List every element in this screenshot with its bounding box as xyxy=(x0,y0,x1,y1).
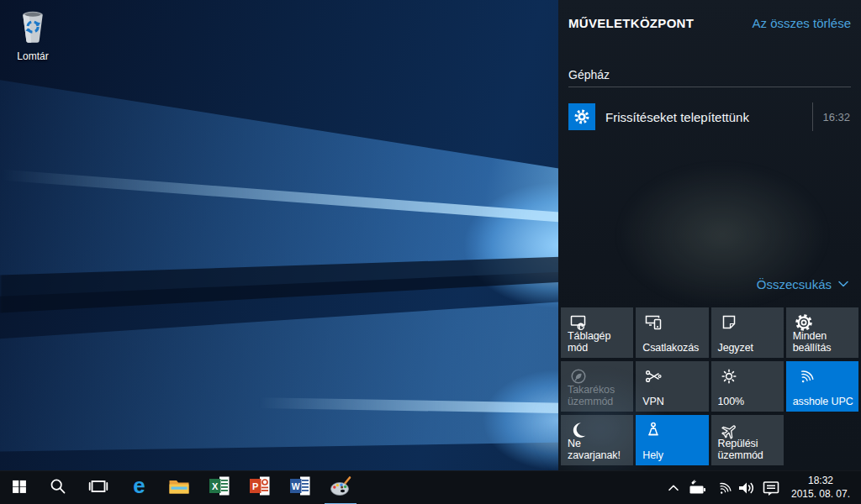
location-icon xyxy=(643,420,663,440)
divider xyxy=(812,102,813,131)
edge-browser-button[interactable]: e xyxy=(119,471,159,504)
taskbar: e X xyxy=(0,470,861,504)
paint-button[interactable] xyxy=(320,471,361,504)
notification-title: Frissítéseket telepítettünk xyxy=(605,94,749,139)
file-explorer-button[interactable] xyxy=(159,471,199,504)
quick-action-airplane-mode[interactable]: Repülési üzemmód xyxy=(711,415,784,465)
taskbar-clock[interactable]: 18:32 2015. 08. 07. xyxy=(785,475,856,501)
settings-gear-icon xyxy=(568,103,595,130)
powerpoint-button[interactable]: P xyxy=(240,471,280,504)
collapse-link[interactable]: Összecsukás xyxy=(757,277,849,291)
note-icon xyxy=(719,312,739,333)
notification-time: 16:32 xyxy=(822,94,850,139)
excel-button[interactable]: X xyxy=(199,471,240,504)
recycle-bin-icon xyxy=(15,34,50,48)
quick-actions-grid: Táblagép mód Csatlakozás xyxy=(561,307,858,465)
word-icon: W xyxy=(289,475,312,501)
battery-charging-icon[interactable] xyxy=(688,478,708,498)
notification-group-title: Gépház xyxy=(568,68,610,81)
quick-action-connect[interactable]: Csatlakozás xyxy=(636,307,708,358)
quick-action-battery-saver[interactable]: Takarékos üzemmód xyxy=(561,361,633,412)
file-explorer-icon xyxy=(168,475,190,501)
action-center-header: MŰVELETKÖZPONT Az összes törlése xyxy=(568,16,851,30)
task-view-icon xyxy=(88,476,108,500)
start-menu-icon xyxy=(11,478,28,498)
vpn-icon xyxy=(643,366,663,386)
notification-item[interactable]: Frissítéseket telepítettünk 16:32 xyxy=(558,94,861,139)
clock-date: 2015. 08. 07. xyxy=(785,488,856,501)
screen: Lomtár MŰVELETKÖZPONT Az összes törlése … xyxy=(0,0,861,504)
start-button[interactable] xyxy=(0,471,38,504)
svg-text:X: X xyxy=(212,481,219,491)
action-center-title: MŰVELETKÖZPONT xyxy=(568,16,694,30)
volume-icon[interactable] xyxy=(737,478,757,498)
quick-action-wifi[interactable]: asshole UPC xyxy=(786,361,858,412)
search-icon xyxy=(49,477,67,499)
svg-text:e: e xyxy=(133,475,145,497)
connect-icon xyxy=(643,312,663,333)
chevron-up-icon[interactable] xyxy=(663,478,684,498)
action-center-panel: MŰVELETKÖZPONT Az összes törlése Gépház … xyxy=(558,0,861,470)
quick-action-do-not-disturb[interactable]: Ne zavarjanak! xyxy=(561,415,633,465)
collapse-label: Összecsukás xyxy=(757,277,832,291)
quick-action-tablet-mode[interactable]: Táblagép mód xyxy=(561,307,633,358)
svg-text:W: W xyxy=(291,481,299,491)
wifi-icon xyxy=(794,366,814,386)
system-tray: 18:32 2015. 08. 07. xyxy=(663,471,861,504)
recycle-bin-label: Lomtár xyxy=(7,50,59,62)
search-button[interactable] xyxy=(38,471,78,504)
clear-all-link[interactable]: Az összes törlése xyxy=(752,16,851,30)
divider xyxy=(568,87,851,87)
brightness-sun-icon xyxy=(719,366,739,386)
word-button[interactable]: W xyxy=(280,471,320,504)
recycle-bin[interactable]: Lomtár xyxy=(7,7,59,62)
excel-icon: X xyxy=(209,475,231,501)
quick-action-brightness[interactable]: 100% xyxy=(711,361,784,412)
clock-time: 18:32 xyxy=(785,475,856,488)
quick-action-location[interactable]: Hely xyxy=(636,415,708,465)
paint-icon xyxy=(329,475,352,501)
quick-action-note[interactable]: Jegyzet xyxy=(711,307,784,358)
chevron-down-icon xyxy=(837,277,849,291)
svg-text:P: P xyxy=(252,481,258,491)
task-view-button[interactable] xyxy=(78,471,119,504)
quick-action-all-settings[interactable]: Minden beállítás xyxy=(786,307,858,358)
wifi-icon[interactable] xyxy=(712,478,732,498)
powerpoint-icon: P xyxy=(249,475,272,501)
edge-browser-icon: e xyxy=(128,475,151,501)
quick-action-vpn[interactable]: VPN xyxy=(636,361,708,412)
action-center-icon[interactable] xyxy=(761,478,781,498)
